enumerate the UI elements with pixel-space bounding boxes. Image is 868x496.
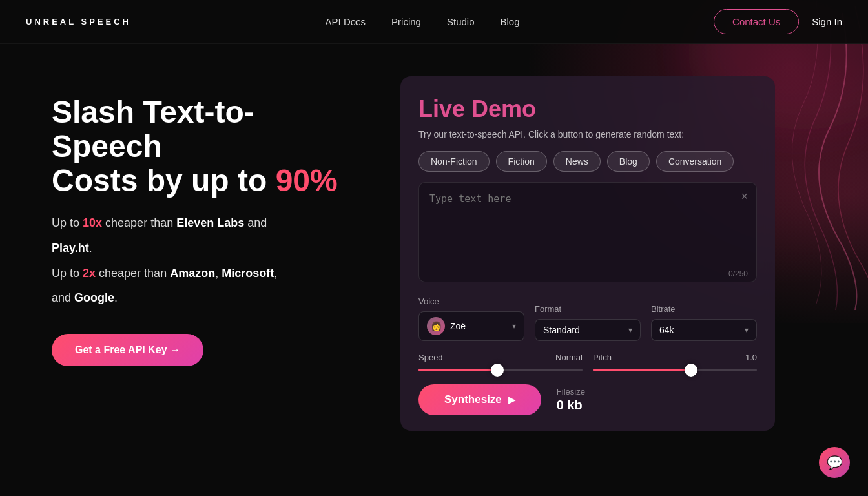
hero-sub4-period: . xyxy=(114,291,118,304)
tag-news[interactable]: News xyxy=(553,151,601,172)
hero-sub3-bold2: Microsoft xyxy=(222,267,274,280)
format-value: Standard xyxy=(543,325,623,335)
tag-row: Non-Fiction Fiction News Blog Conversati… xyxy=(418,151,757,172)
bitrate-select[interactable]: 64k ▾ xyxy=(651,319,757,341)
textarea-wrap: × 0/250 xyxy=(418,182,757,285)
contact-us-button[interactable]: Contact Us xyxy=(714,9,799,34)
demo-title: Live Demo xyxy=(418,96,757,123)
speed-slider-header: Speed Normal xyxy=(418,353,583,362)
synthesize-button[interactable]: Synthesize ▶ xyxy=(418,384,541,415)
hero-sub3-before: Up to xyxy=(52,267,83,280)
hero-sub1-bold1: Eleven Labs xyxy=(176,216,244,229)
hero-subtitle-2: Play.ht. xyxy=(52,238,362,258)
pitch-slider-thumb[interactable] xyxy=(685,364,698,377)
voice-avatar-icon: 👩 xyxy=(431,321,442,331)
hero-sub1-highlight: 10x xyxy=(83,216,102,229)
nav-link-blog[interactable]: Blog xyxy=(501,16,520,27)
hero-subtitle-1: Up to 10x cheaper than Eleven Labs and xyxy=(52,213,362,233)
hero-subtitle-3: Up to 2x cheaper than Amazon, Microsoft, xyxy=(52,264,362,284)
clear-icon[interactable]: × xyxy=(741,190,748,203)
hero-sub3-comma2: , xyxy=(274,267,277,280)
filesize-label: Filesize xyxy=(557,387,585,397)
nav-links: API Docs Pricing Studio Blog xyxy=(326,16,520,27)
controls-row: Voice 👩 Zoë ▾ Format Standard ▾ xyxy=(418,296,757,341)
speed-value: Normal xyxy=(555,353,583,362)
demo-subtitle: Try our text-to-speech API. Click a butt… xyxy=(418,129,757,140)
hero-sub1-before: Up to xyxy=(52,216,83,229)
pitch-slider-header: Pitch 1.0 xyxy=(593,353,757,362)
sliders-row: Speed Normal Pitch 1.0 xyxy=(418,353,757,371)
demo-panel: Live Demo Try our text-to-speech API. Cl… xyxy=(400,76,775,431)
format-control: Format Standard ▾ xyxy=(535,304,641,341)
speed-slider-track[interactable] xyxy=(418,369,583,371)
main-content: Slash Text-to-Speech Costs by up to 90% … xyxy=(0,44,868,496)
filesize-value: 0 kb xyxy=(557,398,585,413)
hero-sub2-bold1: Play.ht xyxy=(52,242,89,254)
filesize-block: Filesize 0 kb xyxy=(557,387,585,413)
tag-non-fiction[interactable]: Non-Fiction xyxy=(418,151,490,172)
format-label: Format xyxy=(535,304,641,314)
tag-fiction[interactable]: Fiction xyxy=(496,151,547,172)
pitch-value: 1.0 xyxy=(745,353,757,362)
hero-title-line1: Slash Text-to-Speech xyxy=(52,95,254,163)
voice-control: Voice 👩 Zoë ▾ xyxy=(418,296,524,341)
bitrate-control: Bitrate 64k ▾ xyxy=(651,304,757,341)
hero-title-line2: Costs by up to xyxy=(52,163,276,198)
bitrate-label: Bitrate xyxy=(651,304,757,314)
hero-sub3-highlight: 2x xyxy=(83,267,96,280)
nav-link-studio[interactable]: Studio xyxy=(447,16,475,27)
speed-slider-fill xyxy=(418,369,497,371)
navbar: UNREAL SPEECH API Docs Pricing Studio Bl… xyxy=(0,0,868,44)
pitch-slider-group: Pitch 1.0 xyxy=(593,353,757,371)
bitrate-chevron-icon: ▾ xyxy=(745,326,749,335)
get-api-key-button[interactable]: Get a Free API Key → xyxy=(52,334,203,366)
text-input[interactable] xyxy=(418,182,757,282)
tag-blog[interactable]: Blog xyxy=(607,151,650,172)
sign-in-button[interactable]: Sign In xyxy=(812,16,842,27)
logo: UNREAL SPEECH xyxy=(26,17,131,26)
format-select[interactable]: Standard ▾ xyxy=(535,319,641,341)
nav-link-pricing[interactable]: Pricing xyxy=(391,16,421,27)
chat-bubble-icon: 💬 xyxy=(827,455,843,470)
hero-sub3-comma: , xyxy=(215,267,222,280)
hero-section: Slash Text-to-Speech Costs by up to 90% … xyxy=(52,76,362,366)
hero-sub3-bold1: Amazon xyxy=(170,267,215,280)
hero-subtitle-4: and Google. xyxy=(52,288,362,308)
hero-sub4-bold3: Google xyxy=(74,291,114,304)
hero-sub3-after: cheaper than xyxy=(96,267,170,280)
play-icon: ▶ xyxy=(508,395,515,405)
pitch-label: Pitch xyxy=(593,353,612,362)
chat-bubble-button[interactable]: 💬 xyxy=(819,447,850,478)
hero-title: Slash Text-to-Speech Costs by up to 90% xyxy=(52,96,362,198)
hero-sub1-and: and xyxy=(244,216,267,229)
voice-value: Zoë xyxy=(450,321,507,331)
hero-sub2-period: . xyxy=(89,242,92,254)
hero-title-accent: 90% xyxy=(276,163,338,198)
tag-conversation[interactable]: Conversation xyxy=(656,151,734,172)
bitrate-value: 64k xyxy=(659,325,739,335)
character-count: 0/250 xyxy=(728,269,748,278)
voice-label: Voice xyxy=(418,296,524,306)
nav-link-api-docs[interactable]: API Docs xyxy=(326,16,366,27)
voice-chevron-icon: ▾ xyxy=(512,322,516,331)
nav-right: Contact Us Sign In xyxy=(714,9,842,34)
format-chevron-icon: ▾ xyxy=(628,326,632,335)
speed-slider-group: Speed Normal xyxy=(418,353,583,371)
speed-label: Speed xyxy=(418,353,443,362)
pitch-slider-fill xyxy=(593,369,691,371)
hero-sub1-after: cheaper than xyxy=(102,216,176,229)
voice-select[interactable]: 👩 Zoë ▾ xyxy=(418,311,524,341)
pitch-slider-track[interactable] xyxy=(593,369,757,371)
hero-sub4-and: and xyxy=(52,291,74,304)
action-row: Synthesize ▶ Filesize 0 kb xyxy=(418,384,757,415)
synthesize-label: Synthesize xyxy=(444,393,502,406)
voice-avatar: 👩 xyxy=(427,317,445,335)
speed-slider-thumb[interactable] xyxy=(491,364,504,377)
